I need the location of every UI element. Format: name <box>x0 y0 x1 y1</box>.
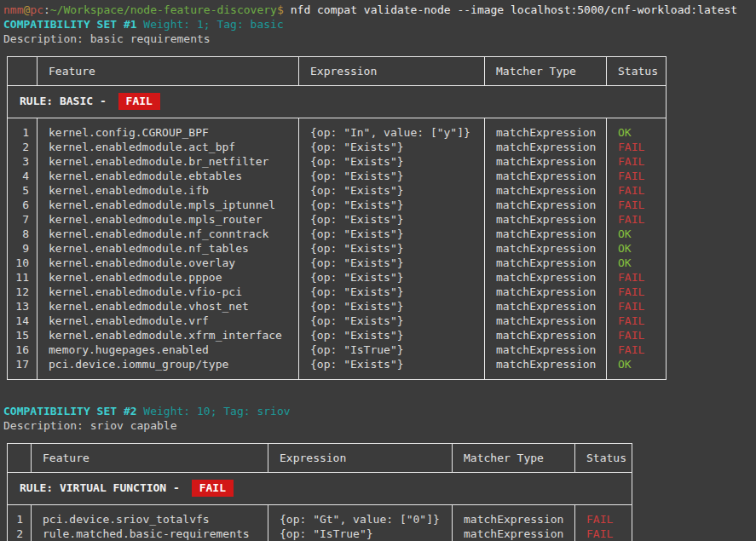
cell-feature: pci.device.sriov_totalvfs <box>32 505 268 527</box>
column-header-expression: Expression <box>268 444 453 473</box>
cell-row-number: 4 <box>8 169 38 183</box>
cell-matcher-type: matchExpression <box>453 527 575 541</box>
table-row: 6kernel.enabledmodule.mpls_iptunnel{op: … <box>8 198 667 212</box>
table-row: 15kernel.enabledmodule.xfrm_interface{op… <box>8 328 667 342</box>
cell-matcher-type: matchExpression <box>453 505 575 527</box>
column-header-status: Status <box>607 57 667 86</box>
cell-expression: {op: "Exists"} <box>299 285 485 299</box>
cell-status: OK <box>607 118 667 141</box>
cell-expression: {op: "Exists"} <box>299 314 485 328</box>
cell-row-number: 3 <box>8 154 38 169</box>
column-header-num <box>8 444 32 473</box>
cell-matcher-type: matchExpression <box>485 342 607 357</box>
table-row: 3kernel.enabledmodule.br_netfilter{op: "… <box>8 154 667 169</box>
cell-expression: {op: "Exists"} <box>299 227 485 241</box>
cell-status: FAIL <box>607 299 667 314</box>
table-body: 1pci.device.sriov_totalvfs{op: "Gt", val… <box>8 505 632 541</box>
cell-status: FAIL <box>607 314 667 328</box>
table-row: 13kernel.enabledmodule.vhost_net{op: "Ex… <box>8 299 667 314</box>
table-row: 2rule.matched.basic-requirements{op: "Is… <box>8 527 632 541</box>
cell-row-number: 8 <box>8 227 38 241</box>
cell-feature: rule.matched.basic-requirements <box>32 527 268 541</box>
cell-expression: {op: "Exists"} <box>299 212 485 227</box>
cell-matcher-type: matchExpression <box>485 154 607 169</box>
cell-expression: {op: "Exists"} <box>299 270 485 285</box>
cell-matcher-type: matchExpression <box>485 169 607 183</box>
cell-row-number: 15 <box>8 328 38 342</box>
table-row: 8kernel.enabledmodule.nf_conntrack{op: "… <box>8 227 667 241</box>
cell-expression: {op: "IsTrue"} <box>268 527 453 541</box>
cell-row-number: 1 <box>8 118 38 141</box>
cell-status: FAIL <box>607 342 667 357</box>
cell-feature: kernel.enabledmodule.vhost_net <box>38 299 299 314</box>
cell-feature: kernel.enabledmodule.vrf <box>38 314 299 328</box>
cell-status: OK <box>607 256 667 270</box>
compat-set-2-description: Description: sriov capable <box>3 418 756 433</box>
cell-expression: {op: "IsTrue"} <box>299 342 485 357</box>
cell-row-number: 6 <box>8 198 38 212</box>
table-row: 17pci.device.iommu_group/type{op: "Exist… <box>8 357 667 380</box>
prompt-separator: : <box>43 3 50 16</box>
table-row: 5kernel.enabledmodule.ifb{op: "Exists"}m… <box>8 183 667 198</box>
cell-matcher-type: matchExpression <box>485 212 607 227</box>
cell-matcher-type: matchExpression <box>485 285 607 299</box>
cell-feature: kernel.enabledmodule.act_bpf <box>38 140 299 154</box>
rule-status-badge: FAIL <box>192 480 234 497</box>
table-row: 1pci.device.sriov_totalvfs{op: "Gt", val… <box>8 505 632 527</box>
cell-expression: {op: "Exists"} <box>299 198 485 212</box>
cell-matcher-type: matchExpression <box>485 299 607 314</box>
cell-row-number: 11 <box>8 270 38 285</box>
shell-prompt-line: nmm@pc:~/Workspace/node-feature-discover… <box>3 3 756 17</box>
cell-matcher-type: matchExpression <box>485 183 607 198</box>
cell-row-number: 17 <box>8 357 38 380</box>
cell-status: FAIL <box>607 285 667 299</box>
cell-status: FAIL <box>607 212 667 227</box>
cell-row-number: 13 <box>8 299 38 314</box>
cell-feature: kernel.enabledmodule.mpls_router <box>38 212 299 227</box>
table-row: 14kernel.enabledmodule.vrf{op: "Exists"}… <box>8 314 667 328</box>
cell-feature: kernel.config.CGROUP_BPF <box>38 118 299 141</box>
cell-matcher-type: matchExpression <box>485 140 607 154</box>
cell-expression: {op: "Exists"} <box>299 154 485 169</box>
cell-expression: {op: "Exists"} <box>299 299 485 314</box>
table-header-row: Feature Expression Matcher Type Status <box>8 57 667 86</box>
rule-title-row: RULE: BASIC - FAIL <box>8 86 667 118</box>
cell-row-number: 2 <box>8 527 32 541</box>
table-row: 1kernel.config.CGROUP_BPF{op: "In", valu… <box>8 118 667 141</box>
cell-status: FAIL <box>575 527 632 541</box>
rule-title-row: RULE: VIRTUAL FUNCTION - FAIL <box>8 473 632 505</box>
cell-matcher-type: matchExpression <box>485 241 607 256</box>
terminal-screen[interactable]: nmm@pc:~/Workspace/node-feature-discover… <box>0 0 756 541</box>
cell-feature: kernel.enabledmodule.xfrm_interface <box>38 328 299 342</box>
cell-matcher-type: matchExpression <box>485 227 607 241</box>
cell-row-number: 9 <box>8 241 38 256</box>
cell-matcher-type: matchExpression <box>485 118 607 141</box>
rule-table-virtual-function: RULE: VIRTUAL FUNCTION - FAIL Feature Ex… <box>7 443 632 541</box>
cell-feature: pci.device.iommu_group/type <box>38 357 299 380</box>
prompt-username: nmm <box>3 3 23 16</box>
cell-expression: {op: "Exists"} <box>299 183 485 198</box>
cell-status: OK <box>607 227 667 241</box>
compat-set-1-title: COMPATIBILITY SET #1 <box>3 18 137 31</box>
table-row: 12kernel.enabledmodule.vfio-pci{op: "Exi… <box>8 285 667 299</box>
table-row: 7kernel.enabledmodule.mpls_router{op: "E… <box>8 212 667 227</box>
table-row: 10kernel.enabledmodule.overlay{op: "Exis… <box>8 256 667 270</box>
table-row: 9kernel.enabledmodule.nf_tables{op: "Exi… <box>8 241 667 256</box>
cell-matcher-type: matchExpression <box>485 256 607 270</box>
cell-status: FAIL <box>607 169 667 183</box>
cell-expression: {op: "In", value: ["y"]} <box>299 118 485 141</box>
table-body: 1kernel.config.CGROUP_BPF{op: "In", valu… <box>8 118 667 380</box>
cell-row-number: 1 <box>8 505 32 527</box>
compat-set-1-header: COMPATIBILITY SET #1 Weight: 1; Tag: bas… <box>3 17 756 32</box>
cell-row-number: 14 <box>8 314 38 328</box>
cell-feature: kernel.enabledmodule.pppoe <box>38 270 299 285</box>
cell-matcher-type: matchExpression <box>485 198 607 212</box>
rule-table-basic: RULE: BASIC - FAIL Feature Expression Ma… <box>7 56 667 380</box>
cell-expression: {op: "Exists"} <box>299 256 485 270</box>
typed-command: nfd compat validate-node --image localho… <box>291 3 737 16</box>
cell-row-number: 5 <box>8 183 38 198</box>
cell-matcher-type: matchExpression <box>485 357 607 380</box>
compat-set-2-title: COMPATIBILITY SET #2 <box>3 405 137 417</box>
rule-label: RULE: BASIC - <box>20 95 113 107</box>
cell-feature: kernel.enabledmodule.vfio-pci <box>38 285 299 299</box>
